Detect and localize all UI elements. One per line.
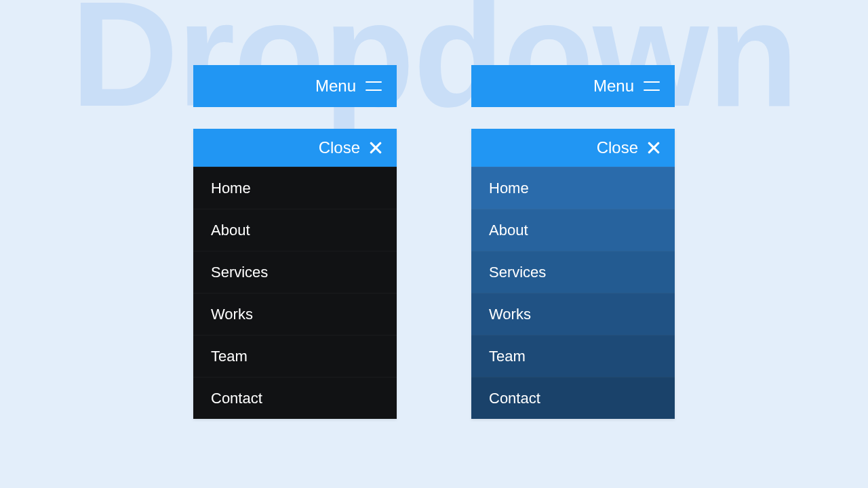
- hamburger-icon: [644, 81, 660, 91]
- menu-toggle-label: Menu: [593, 77, 634, 96]
- close-icon: [648, 142, 660, 154]
- dropdown-panel-dark: Close Home About Services Works Team Con…: [193, 129, 397, 419]
- dropdown-dark: Menu Close Home About Services Works Tea…: [193, 65, 397, 488]
- nav-item-team[interactable]: Team: [193, 335, 397, 377]
- nav-item-contact[interactable]: Contact: [471, 377, 675, 419]
- nav-item-services[interactable]: Services: [471, 251, 675, 293]
- stage: Menu Close Home About Services Works Tea…: [0, 0, 868, 488]
- menu-toggle-label: Menu: [315, 77, 356, 96]
- nav-item-team[interactable]: Team: [471, 335, 675, 377]
- close-label: Close: [597, 138, 638, 157]
- nav-item-contact[interactable]: Contact: [193, 377, 397, 419]
- nav-item-about[interactable]: About: [193, 209, 397, 251]
- close-label: Close: [319, 138, 360, 157]
- nav-item-about[interactable]: About: [471, 209, 675, 251]
- nav-item-home[interactable]: Home: [193, 167, 397, 209]
- hamburger-icon: [366, 81, 382, 91]
- menu-toggle-button[interactable]: Menu: [471, 65, 675, 107]
- menu-toggle-button[interactable]: Menu: [193, 65, 397, 107]
- nav-item-works[interactable]: Works: [471, 293, 675, 335]
- close-button[interactable]: Close: [471, 129, 675, 167]
- dropdown-blue: Menu Close Home About Services Works Tea…: [471, 65, 675, 488]
- close-icon: [370, 142, 382, 154]
- nav-item-services[interactable]: Services: [193, 251, 397, 293]
- nav-item-works[interactable]: Works: [193, 293, 397, 335]
- close-button[interactable]: Close: [193, 129, 397, 167]
- dropdown-panel-blue: Close Home About Services Works Team Con…: [471, 129, 675, 419]
- nav-item-home[interactable]: Home: [471, 167, 675, 209]
